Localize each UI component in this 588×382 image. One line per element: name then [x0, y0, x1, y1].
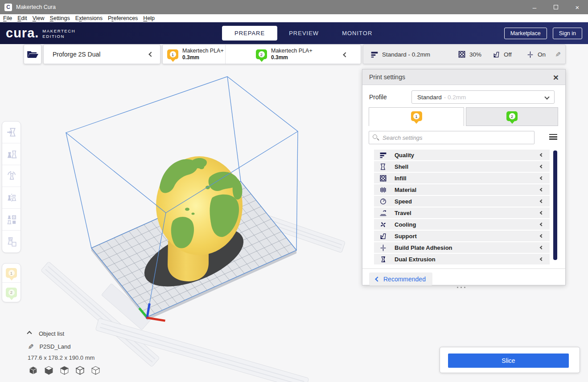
category-build-plate-adhesion[interactable]: Build Plate Adhesion	[374, 242, 550, 253]
extruder-2-badge: 2	[506, 111, 518, 121]
support-blocker-button[interactable]	[2, 231, 21, 252]
view-3d-button[interactable]	[28, 365, 39, 376]
menu-settings[interactable]: Settings	[47, 15, 73, 21]
extruder-select-toolbar: 1 2	[2, 263, 21, 302]
chevron-left-icon	[540, 257, 543, 261]
printer-selector[interactable]: Proforge 2S Dual	[43, 45, 160, 64]
open-folder-icon	[27, 49, 38, 59]
chevron-left-icon	[540, 211, 543, 215]
extruder-2-config[interactable]: 2 Makertech PLA+ 0.3mm	[256, 45, 313, 64]
panel-title: Print settings	[369, 73, 405, 81]
extruder-1-nozzle: 0.3mm	[182, 54, 224, 61]
mirror-tool-button[interactable]	[2, 187, 21, 209]
category-quality[interactable]: Quality	[374, 150, 550, 160]
menu-view[interactable]: View	[30, 15, 47, 21]
object-name: P2SD_Land	[39, 343, 70, 350]
summary-profile: Standard - 0.2mm	[370, 50, 458, 58]
layer-height-icon	[370, 50, 378, 58]
cooling-icon	[379, 221, 387, 228]
recommended-mode-button[interactable]: Recommended	[369, 272, 432, 285]
extruder-2-select-button[interactable]: 2	[2, 283, 21, 302]
profile-dropdown[interactable]: Standard - 0.2mm	[411, 90, 555, 104]
support-icon	[379, 232, 387, 240]
panel-scrollbar[interactable]	[553, 150, 557, 260]
extruder-1-select-button[interactable]: 1	[2, 264, 21, 283]
speed-icon	[379, 198, 387, 205]
chevron-left-icon	[540, 188, 543, 191]
menu-edit[interactable]: Edit	[15, 15, 30, 21]
infill-icon	[458, 50, 466, 58]
globe-model[interactable]	[156, 156, 243, 255]
marketplace-button[interactable]: Marketplace	[504, 28, 547, 39]
material-icon	[379, 186, 387, 194]
category-shell[interactable]: Shell	[374, 161, 550, 172]
category-cooling[interactable]: Cooling	[374, 219, 550, 230]
settings-category-list: Quality Shell Infill Material Speed Trav…	[374, 150, 550, 265]
adhesion-icon	[379, 244, 387, 252]
app-header: cura. MAKERTECH EDITION PREPARE PREVIEW …	[0, 22, 588, 44]
travel-icon	[379, 209, 387, 217]
tab-monitor[interactable]: MONITOR	[330, 26, 384, 41]
print-settings-summary[interactable]: Standard - 0.2mm 30% Off On ✎	[363, 45, 566, 64]
extruder-2-nozzle: 0.3mm	[271, 54, 313, 61]
slice-button[interactable]: Slice	[448, 354, 569, 368]
per-model-settings-button[interactable]	[2, 209, 21, 231]
camera-view-buttons	[28, 365, 101, 376]
close-button[interactable]: ×	[567, 0, 588, 14]
minimize-button[interactable]: –	[524, 0, 545, 14]
model-tools-toolbar	[2, 121, 21, 253]
app-icon: C	[4, 4, 12, 11]
menu-extensions[interactable]: Extensions	[73, 15, 105, 21]
open-file-button[interactable]	[24, 45, 41, 64]
tab-prepare[interactable]: PREPARE	[222, 26, 277, 41]
category-dual-extrusion[interactable]: Dual Extrusion	[374, 254, 550, 264]
print-settings-panel: Print settings × Profile Standard - 0.2m…	[362, 69, 566, 285]
extruder-1-config[interactable]: 1 Makertech PLA+ 0.3mm	[167, 45, 224, 64]
object-name-row[interactable]: ✎ P2SD_Land	[28, 341, 95, 351]
move-icon	[6, 126, 17, 138]
settings-menu-icon[interactable]	[549, 134, 557, 141]
view-right-button[interactable]	[90, 365, 101, 376]
category-material[interactable]: Material	[374, 184, 550, 195]
extruder-2-badge: 2	[256, 49, 267, 59]
close-panel-icon[interactable]: ×	[553, 73, 559, 82]
profile-label: Profile	[369, 93, 387, 101]
cura-logo: cura.	[6, 27, 39, 40]
view-front-button[interactable]	[43, 365, 54, 376]
extruder-configuration[interactable]: 1 Makertech PLA+ 0.3mm 2 Makertech PLA+ …	[162, 45, 361, 64]
object-list-toggle[interactable]: Object list	[28, 329, 95, 338]
tab-preview[interactable]: PREVIEW	[277, 26, 330, 41]
extruder-tab-2[interactable]: 2	[466, 107, 558, 126]
scale-icon	[6, 148, 17, 160]
scale-tool-button[interactable]	[2, 143, 21, 165]
move-tool-button[interactable]	[2, 122, 21, 143]
chevron-left-icon	[540, 199, 543, 203]
category-support[interactable]: Support	[374, 231, 550, 241]
extruder-tabs: 1 2	[369, 107, 558, 126]
view-top-button[interactable]	[59, 365, 70, 376]
category-speed[interactable]: Speed	[374, 196, 550, 207]
menu-help[interactable]: Help	[140, 15, 157, 21]
search-settings-input[interactable]	[369, 131, 535, 144]
chevron-left-icon	[540, 246, 543, 249]
extruder-tab-1[interactable]: 1	[369, 107, 464, 126]
signin-button[interactable]: Sign in	[553, 28, 582, 39]
window-titlebar: C Makertech Cura – ×	[0, 0, 588, 14]
header-actions: Marketplace Sign in	[504, 28, 582, 39]
adhesion-icon	[526, 51, 534, 58]
rotate-tool-button[interactable]	[2, 165, 21, 187]
panel-footer-divider	[362, 268, 565, 269]
panel-resize-handle[interactable]	[457, 287, 465, 288]
menu-file[interactable]: File	[0, 15, 15, 21]
summary-infill: 30%	[458, 50, 493, 58]
menu-bar: File Edit View Settings Extensions Prefe…	[0, 14, 588, 22]
per-model-settings-icon	[6, 214, 17, 225]
menu-preferences[interactable]: Preferences	[105, 15, 140, 21]
maximize-button[interactable]	[545, 0, 567, 14]
object-dimensions: 177.6 x 178.2 x 190.0 mm	[28, 354, 95, 361]
action-panel: Slice	[440, 347, 580, 373]
category-infill[interactable]: Infill	[374, 173, 550, 183]
chevron-up-icon	[27, 331, 32, 336]
category-travel[interactable]: Travel	[374, 207, 550, 218]
view-left-button[interactable]	[74, 365, 86, 376]
